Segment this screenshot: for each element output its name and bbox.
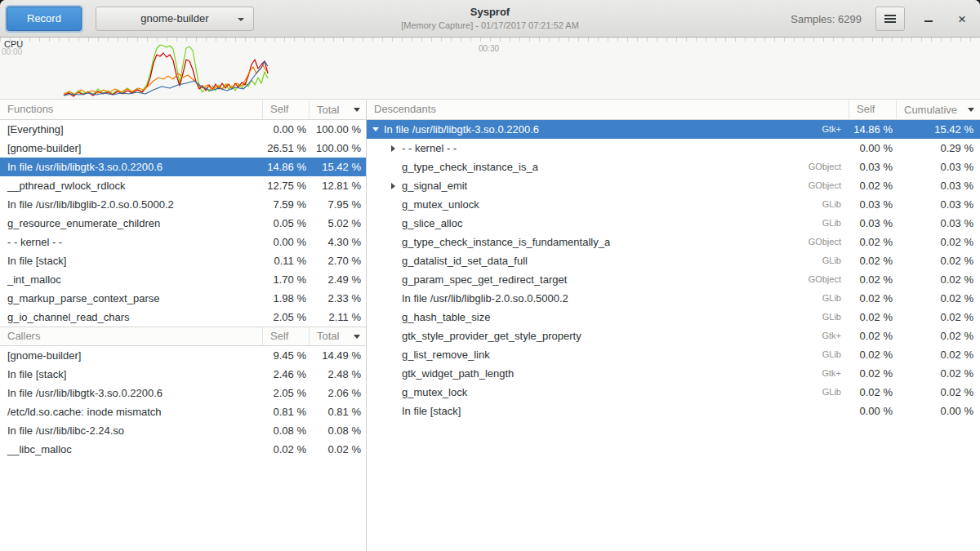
descendant-name-cell: In file /usr/lib/libglib-2.0.so.0.5000.2: [367, 289, 792, 308]
symbol-name: g_type_check_instance_is_a: [402, 158, 538, 176]
table-row[interactable]: In file /usr/lib/libgtk-3.so.0.2200.614.…: [0, 158, 366, 176]
descendant-row[interactable]: In file /usr/lib/libgtk-3.so.0.2200.6Gtk…: [367, 120, 980, 139]
descendant-row[interactable]: gtk_style_provider_get_style_propertyGtk…: [367, 327, 980, 345]
table-row[interactable]: g_resource_enumerate_children0.05 %5.02 …: [0, 214, 366, 233]
table-row[interactable]: In file /usr/lib/libc-2.24.so0.08 %0.08 …: [0, 421, 366, 440]
library-category: GLib: [792, 195, 849, 214]
descendant-name-cell: g_mutex_unlock: [367, 195, 792, 214]
cumulative-percent: 0.03 %: [897, 176, 980, 195]
descendant-row[interactable]: In file [stack]0.00 %0.00 %: [367, 402, 980, 420]
close-button[interactable]: ×: [952, 7, 972, 31]
table-row[interactable]: - - kernel - -0.00 %4.30 %: [0, 233, 366, 251]
library-category: GLib: [792, 289, 849, 308]
table-row[interactable]: [Everything]0.00 %100.00 %: [0, 120, 366, 139]
table-row[interactable]: g_markup_parse_context_parse1.98 %2.33 %: [0, 289, 366, 308]
app-title: Sysprof: [401, 6, 579, 20]
symbol-name: gtk_style_provider_get_style_property: [402, 327, 581, 345]
total-percent: 15.42 %: [310, 158, 366, 176]
functions-self-column-header[interactable]: Self: [263, 100, 310, 119]
symbol-name: g_io_channel_read_chars: [0, 308, 263, 327]
self-percent: 9.45 %: [263, 346, 310, 365]
table-row[interactable]: __libc_malloc0.02 %0.02 %: [0, 440, 366, 459]
symbol-name: g_mutex_lock: [402, 383, 467, 402]
target-selector-dropdown[interactable]: gnome-builder: [96, 7, 254, 31]
callers-total-column-header[interactable]: Total: [310, 327, 366, 345]
library-category: [792, 139, 849, 158]
total-percent: 2.48 %: [310, 365, 366, 384]
table-row[interactable]: [gnome-builder]9.45 %14.49 %: [0, 346, 366, 365]
descendant-name-cell: g_signal_emit: [367, 176, 792, 195]
expand-arrow-icon[interactable]: [388, 183, 399, 189]
descendant-row[interactable]: gtk_widget_path_lengthGtk+0.02 %0.02 %: [367, 364, 980, 383]
symbol-name: In file [stack]: [402, 402, 461, 420]
descendant-name-cell: gtk_style_provider_get_style_property: [367, 327, 792, 345]
symbol-name: gtk_widget_path_length: [402, 364, 514, 383]
descendant-row[interactable]: g_list_remove_linkGLib0.02 %0.02 %: [367, 345, 980, 364]
cumulative-percent: 0.02 %: [897, 308, 980, 327]
table-row[interactable]: In file /usr/lib/libgtk-3.so.0.2200.62.0…: [0, 384, 366, 402]
descendant-row[interactable]: g_mutex_lockGLib0.02 %0.02 %: [367, 383, 980, 402]
descendant-name-cell: g_datalist_id_set_data_full: [367, 251, 792, 270]
descendants-cumulative-column-header[interactable]: Cumulative: [897, 100, 980, 119]
table-row[interactable]: In file [stack]2.46 %2.48 %: [0, 365, 366, 384]
callers-column-header[interactable]: Callers: [0, 327, 263, 345]
symbol-name: In file /usr/lib/libgtk-3.so.0.2200.6: [384, 120, 539, 139]
table-row[interactable]: In file /usr/lib/libglib-2.0.so.0.5000.2…: [0, 195, 366, 214]
functions-total-column-header[interactable]: Total: [310, 100, 366, 119]
collapse-arrow-icon[interactable]: [370, 127, 381, 131]
callers-table-body: [gnome-builder]9.45 %14.49 %In file [sta…: [0, 346, 366, 551]
descendants-self-column-header[interactable]: Self: [849, 100, 897, 119]
descendant-row[interactable]: g_datalist_id_set_data_fullGLib0.02 %0.0…: [367, 251, 980, 270]
total-percent: 0.81 %: [310, 402, 366, 421]
self-percent: 1.98 %: [263, 289, 310, 308]
descendant-row[interactable]: g_mutex_unlockGLib0.03 %0.03 %: [367, 195, 980, 214]
cumulative-percent: 0.02 %: [897, 327, 980, 345]
cumulative-percent: 0.02 %: [897, 345, 980, 364]
self-percent: 0.02 %: [849, 176, 897, 195]
table-row[interactable]: _int_malloc1.70 %2.49 %: [0, 270, 366, 289]
self-percent: 1.70 %: [263, 270, 310, 289]
functions-table-header: Functions Self Total: [0, 100, 366, 120]
table-row[interactable]: /etc/ld.so.cache: inode mismatch0.81 %0.…: [0, 402, 366, 421]
cpu-timeline[interactable]: CPU 00:00 00:30: [0, 38, 980, 100]
descendant-row[interactable]: g_hash_table_sizeGLib0.02 %0.02 %: [367, 308, 980, 327]
functions-total-label: Total: [317, 101, 339, 119]
menu-button[interactable]: [875, 7, 905, 31]
self-percent: 0.02 %: [849, 251, 897, 270]
descendant-row[interactable]: g_type_check_instance_is_aGObject0.03 %0…: [367, 158, 980, 176]
descendant-name-cell: In file [stack]: [367, 402, 792, 420]
descendants-cumulative-label: Cumulative: [904, 101, 957, 119]
table-row[interactable]: In file [stack]0.11 %2.70 %: [0, 251, 366, 270]
descendant-row[interactable]: g_type_check_instance_is_fundamentally_a…: [367, 233, 980, 251]
cumulative-percent: 0.03 %: [897, 158, 980, 176]
total-percent: 5.02 %: [310, 214, 366, 233]
self-percent: 0.02 %: [849, 308, 897, 327]
total-percent: 100.00 %: [310, 120, 366, 139]
descendant-name-cell: g_param_spec_get_redirect_target: [367, 270, 792, 289]
table-row[interactable]: __pthread_rwlock_rdlock12.75 %12.81 %: [0, 176, 366, 195]
self-percent: 14.86 %: [263, 158, 310, 176]
descendants-column-header[interactable]: Descendants: [367, 100, 849, 119]
total-percent: 12.81 %: [310, 176, 366, 195]
self-percent: 0.02 %: [849, 345, 897, 364]
symbol-name: g_param_spec_get_redirect_target: [402, 270, 567, 289]
descendant-row[interactable]: g_slice_allocGLib0.03 %0.03 %: [367, 214, 980, 233]
self-percent: 2.05 %: [263, 384, 310, 402]
table-row[interactable]: [gnome-builder]26.51 %100.00 %: [0, 139, 366, 158]
descendant-row[interactable]: In file /usr/lib/libglib-2.0.so.0.5000.2…: [367, 289, 980, 308]
total-percent: 0.08 %: [310, 421, 366, 440]
expand-arrow-icon[interactable]: [388, 145, 399, 152]
descendant-row[interactable]: g_signal_emitGObject0.02 %0.03 %: [367, 176, 980, 195]
descendant-name-cell: g_hash_table_size: [367, 308, 792, 327]
cumulative-percent: 0.03 %: [897, 214, 980, 233]
cumulative-percent: 15.42 %: [897, 120, 980, 139]
library-category: GLib: [792, 308, 849, 327]
functions-column-header[interactable]: Functions: [0, 100, 263, 119]
minimize-button[interactable]: [919, 7, 938, 31]
table-row[interactable]: g_io_channel_read_chars2.05 %2.11 %: [0, 308, 366, 327]
record-button[interactable]: Record: [7, 7, 82, 31]
total-percent: 2.49 %: [310, 270, 366, 289]
descendant-row[interactable]: g_param_spec_get_redirect_targetGObject0…: [367, 270, 980, 289]
callers-self-column-header[interactable]: Self: [263, 327, 310, 345]
descendant-row[interactable]: - - kernel - -0.00 %0.29 %: [367, 139, 980, 158]
